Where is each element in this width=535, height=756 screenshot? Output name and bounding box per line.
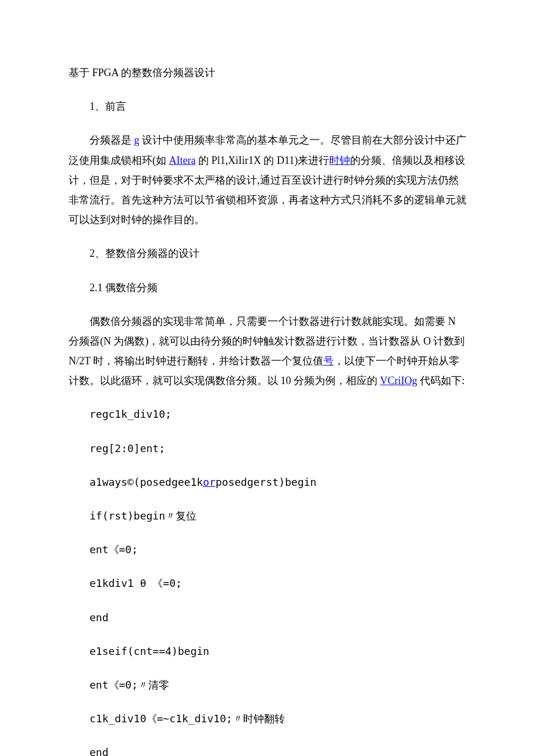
code-text: posedgerst)begin bbox=[216, 476, 316, 488]
section-2-1-heading: 2.1 偶数倍分频 bbox=[69, 278, 466, 298]
text-fragment: 的 Pl1,XiIir1X 的 D11)来进行 bbox=[195, 155, 329, 166]
code-line: if(rst)begin〃复位 bbox=[69, 506, 466, 526]
document-title: 基于 FPGA 的整数倍分频器设计 bbox=[69, 63, 466, 83]
section-1-paragraph: 分频器是 g 设计中使用频率非常高的基本单元之一。尽管目前在大部分设计中还广泛使… bbox=[69, 130, 466, 230]
document-page: 基于 FPGA 的整数倍分频器设计 1、前言 分频器是 g 设计中使用频率非常高… bbox=[0, 0, 535, 756]
link-altera[interactable]: AItera bbox=[169, 155, 196, 166]
code-line: e1seif(cnt==4)begin bbox=[69, 642, 466, 661]
text-fragment: 分频器是 bbox=[90, 134, 134, 146]
code-line: a1ways©(posedgee1korposedgerst)begin bbox=[69, 472, 466, 492]
code-line: ent《=0;〃清零 bbox=[69, 675, 466, 695]
code-line: ent《=0; bbox=[69, 540, 466, 560]
text-fragment: 代码如下: bbox=[418, 375, 465, 386]
code-line: end bbox=[69, 608, 466, 628]
link-g[interactable]: g bbox=[134, 134, 140, 146]
section-2-heading: 2、整数倍分频器的设计 bbox=[69, 243, 466, 263]
section-2-1-paragraph: 偶数倍分频器的实现非常简单，只需要一个计数器进行计数就能实现。如需要 N 分频器… bbox=[69, 311, 466, 391]
code-line: end bbox=[69, 743, 466, 756]
code-line: reg[2:0]ent; bbox=[69, 439, 466, 458]
link-clock[interactable]: 时钟 bbox=[329, 155, 350, 166]
link-or[interactable]: or bbox=[203, 476, 216, 488]
code-line: c1k_div10《=~c1k_div10;〃时钟翻转 bbox=[69, 709, 466, 729]
code-line: e1kdiv1 θ 《=0; bbox=[69, 574, 466, 593]
link-signal[interactable]: 号 bbox=[323, 355, 334, 367]
link-verilog[interactable]: VCriIOg bbox=[380, 375, 418, 386]
code-text: a1ways©(posedgee1k bbox=[90, 476, 203, 488]
code-line: regc1k_div10; bbox=[69, 404, 466, 424]
section-1-heading: 1、前言 bbox=[69, 96, 466, 116]
